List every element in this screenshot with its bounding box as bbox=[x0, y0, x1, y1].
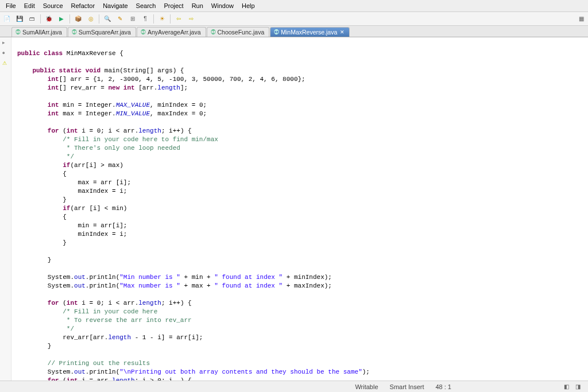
status-icon[interactable]: ◧ bbox=[560, 382, 572, 391]
menu-source[interactable]: Source bbox=[40, 1, 67, 10]
forward-icon[interactable]: ⇨ bbox=[187, 14, 196, 24]
tab-minmaxreverse[interactable]: ⓵MinMaxReverse.java✕ bbox=[270, 27, 350, 37]
java-file-icon: ⓵ bbox=[16, 29, 21, 35]
statusbar: Writable Smart Insert 48 : 1 ◧ ◨ bbox=[0, 381, 588, 392]
status-icon[interactable]: ◨ bbox=[572, 382, 583, 391]
menu-edit[interactable]: Edit bbox=[21, 1, 38, 10]
tab-sumsquarearr[interactable]: ⓵SumSquareArr.java bbox=[68, 27, 136, 37]
menu-file[interactable]: File bbox=[2, 1, 20, 10]
java-file-icon: ⓵ bbox=[274, 29, 279, 35]
search-icon[interactable]: 🔍 bbox=[103, 14, 112, 24]
run-icon[interactable]: ▶ bbox=[57, 14, 66, 24]
debug-icon[interactable]: 🐞 bbox=[44, 14, 53, 24]
menu-project[interactable]: Project bbox=[160, 1, 187, 10]
toggle-icon[interactable]: ⊞ bbox=[128, 14, 137, 24]
menu-run[interactable]: Run bbox=[188, 1, 207, 10]
editor-tabs: ⓵SumAllArr.java ⓵SumSquareArr.java ⓵AnyA… bbox=[0, 26, 588, 37]
java-file-icon: ⓵ bbox=[141, 29, 146, 35]
task-icon[interactable]: ¶ bbox=[141, 14, 150, 24]
filter-icon[interactable]: ☀ bbox=[157, 14, 167, 24]
close-icon[interactable]: ✕ bbox=[340, 29, 345, 35]
java-file-icon: ⓵ bbox=[72, 29, 77, 35]
new-package-icon[interactable]: 📦 bbox=[74, 14, 83, 24]
menu-search[interactable]: Search bbox=[133, 1, 160, 10]
tab-sumallarr[interactable]: ⓵SumAllArr.java bbox=[11, 27, 67, 37]
editor-gutter: ▸ ● ⚠ bbox=[0, 37, 11, 381]
save-all-icon[interactable]: 🗃 bbox=[28, 14, 37, 24]
menu-navigate[interactable]: Navigate bbox=[99, 1, 131, 10]
menu-refactor[interactable]: Refactor bbox=[68, 1, 99, 10]
marker-icon[interactable]: ▸ bbox=[2, 40, 9, 46]
menu-window[interactable]: Window bbox=[208, 1, 237, 10]
wand-icon[interactable]: ✎ bbox=[115, 14, 125, 24]
status-insert-mode: Smart Insert bbox=[384, 383, 430, 390]
save-icon[interactable]: 💾 bbox=[15, 14, 24, 24]
tab-anyaveragearr[interactable]: ⓵AnyAverageArr.java bbox=[137, 27, 206, 37]
java-file-icon: ⓵ bbox=[211, 29, 216, 35]
marker-icon[interactable]: ⚠ bbox=[2, 60, 9, 67]
toolbar: 📄 💾 🗃 🐞 ▶ 📦 ◎ 🔍 ✎ ⊞ ¶ ☀ ⇦ ⇨ ▦ bbox=[0, 12, 588, 26]
code-editor[interactable]: public class MinMaxReverse { public stat… bbox=[11, 37, 588, 381]
perspective-icon[interactable]: ▦ bbox=[577, 14, 586, 24]
status-writable: Writable bbox=[349, 383, 384, 390]
new-icon[interactable]: 📄 bbox=[2, 14, 11, 24]
status-cursor-position: 48 : 1 bbox=[430, 383, 457, 390]
marker-icon[interactable]: ● bbox=[2, 50, 9, 57]
menu-help[interactable]: Help bbox=[238, 1, 258, 10]
tab-choosefunc[interactable]: ⓵ChooseFunc.java bbox=[207, 27, 270, 37]
back-icon[interactable]: ⇦ bbox=[174, 14, 183, 24]
new-class-icon[interactable]: ◎ bbox=[86, 14, 95, 24]
menubar: File Edit Source Refactor Navigate Searc… bbox=[0, 0, 588, 12]
